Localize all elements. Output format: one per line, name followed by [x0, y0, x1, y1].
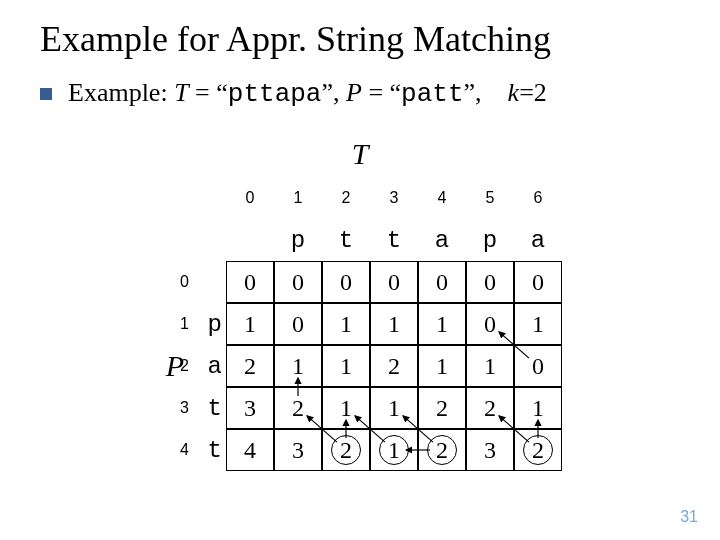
dp-cell: 0	[466, 261, 514, 303]
dp-cell: 2	[370, 345, 418, 387]
circled-value: 1	[379, 435, 409, 465]
circled-value: 2	[427, 435, 457, 465]
dp-cell: 2	[418, 387, 466, 429]
dp-cell: 2	[466, 387, 514, 429]
t-letter: a	[435, 227, 449, 254]
dp-cell: 1	[370, 387, 418, 429]
t-letter: p	[291, 227, 305, 254]
bullet-icon	[40, 88, 52, 100]
dp-cell: 1	[370, 429, 418, 471]
dp-cell: 3	[466, 429, 514, 471]
row-index: 4	[180, 441, 189, 459]
comma: ,	[475, 78, 482, 107]
dp-cell: 1	[418, 303, 466, 345]
dp-cell: 1	[322, 345, 370, 387]
col-index: 3	[390, 189, 399, 207]
P-var: P	[346, 78, 362, 107]
comma: ,	[333, 78, 340, 107]
col-index: 1	[294, 189, 303, 207]
dp-cell: 0	[514, 261, 562, 303]
col-index: 6	[534, 189, 543, 207]
dp-cell: 1	[370, 303, 418, 345]
p-letter: t	[208, 437, 222, 464]
k-value: 2	[534, 78, 547, 107]
eq: =	[368, 78, 383, 107]
example-line: Example: T = “pttapa”, P = “patt”, k=2	[40, 78, 680, 109]
dp-cell: 0	[226, 261, 274, 303]
dp-grid: P 0123456pttapa000000001p10111012a211211…	[158, 177, 562, 471]
dp-cell: 1	[322, 387, 370, 429]
dp-cell: 0	[274, 303, 322, 345]
p-letter: p	[208, 311, 222, 338]
row-index: 3	[180, 399, 189, 417]
dp-cell: 1	[418, 345, 466, 387]
open-quote: “	[216, 78, 228, 107]
t-letter: t	[387, 227, 401, 254]
dp-cell: 0	[322, 261, 370, 303]
eq: =	[195, 78, 210, 107]
row-gutter: 2a	[192, 345, 226, 387]
t-letter: a	[531, 227, 545, 254]
dp-cell: 1	[226, 303, 274, 345]
eq: =	[519, 78, 534, 107]
dp-cell: 3	[274, 429, 322, 471]
dp-cell: 1	[466, 345, 514, 387]
col-index: 4	[438, 189, 447, 207]
row-index: 1	[180, 315, 189, 333]
T-var: T	[174, 78, 188, 107]
circled-value: 2	[331, 435, 361, 465]
dp-cell: 2	[274, 387, 322, 429]
close-quote: ”	[321, 78, 333, 107]
dp-cell: 1	[274, 345, 322, 387]
col-index: 2	[342, 189, 351, 207]
row-gutter: 3t	[192, 387, 226, 429]
T-value: pttapa	[228, 79, 322, 109]
dp-cell: 3	[226, 387, 274, 429]
open-quote: “	[390, 78, 402, 107]
close-quote: ”	[464, 78, 476, 107]
T-axis-label: T	[40, 137, 680, 171]
dp-cell: 2	[226, 345, 274, 387]
dp-cell: 2	[514, 429, 562, 471]
k-var: k	[508, 78, 520, 107]
dp-cell: 0	[418, 261, 466, 303]
row-gutter: 4t	[192, 429, 226, 471]
dp-cell: 0	[514, 345, 562, 387]
t-letter: t	[339, 227, 353, 254]
t-letter: p	[483, 227, 497, 254]
dp-cell: 2	[322, 429, 370, 471]
row-gutter: 0	[192, 261, 226, 303]
row-index: 2	[180, 357, 189, 375]
dp-cell: 0	[370, 261, 418, 303]
example-text: Example: T = “pttapa”, P = “patt”, k=2	[68, 78, 547, 109]
row-gutter: 1p	[192, 303, 226, 345]
dp-cell: 1	[514, 303, 562, 345]
dp-cell: 2	[418, 429, 466, 471]
p-letter: t	[208, 395, 222, 422]
dp-cell: 1	[322, 303, 370, 345]
dp-cell: 4	[226, 429, 274, 471]
slide-number: 31	[680, 508, 698, 526]
col-index: 0	[246, 189, 255, 207]
p-letter: a	[208, 353, 222, 380]
dp-cell: 1	[514, 387, 562, 429]
col-index: 5	[486, 189, 495, 207]
circled-value: 2	[523, 435, 553, 465]
example-label: Example:	[68, 78, 168, 107]
spacer	[488, 78, 501, 107]
dp-cell: 0	[466, 303, 514, 345]
slide-title: Example for Appr. String Matching	[40, 18, 680, 60]
P-value: patt	[401, 79, 463, 109]
dp-cell: 0	[274, 261, 322, 303]
dp-table-wrap: P 0123456pttapa000000001p10111012a211211…	[40, 177, 680, 471]
row-index: 0	[180, 273, 189, 291]
